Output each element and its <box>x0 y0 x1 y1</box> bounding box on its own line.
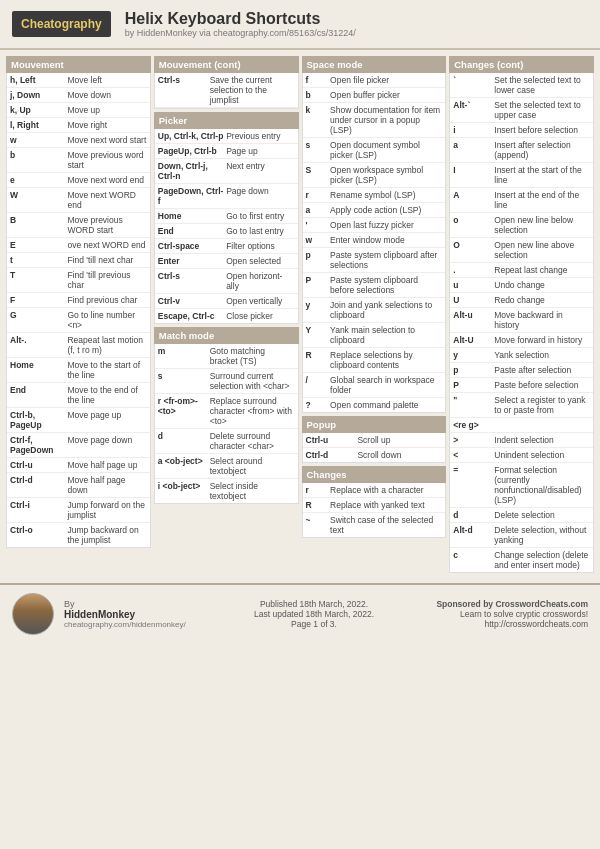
space-header: Space mode <box>302 56 447 73</box>
desc: Show documentation for item under cursor… <box>330 105 442 135</box>
key: A <box>453 190 494 210</box>
key: R <box>306 500 331 510</box>
list-item: r <fr-om>-<to>Replace surround character… <box>155 394 298 429</box>
list-item: yJoin and yank selections to clipboard <box>303 298 446 323</box>
key: . <box>453 265 494 275</box>
desc: Scroll up <box>357 435 442 445</box>
key: End <box>158 226 226 236</box>
key: T <box>10 270 67 290</box>
desc: Move to the start of the line <box>67 360 146 380</box>
list-item: Ctrl-vOpen vertically <box>155 294 298 309</box>
key: o <box>453 215 494 235</box>
desc: Move forward in history <box>494 335 590 345</box>
footer-sponsor-sub: Learn to solve cryptic crosswords! <box>436 609 588 619</box>
list-item: Alt-UMove forward in history <box>450 333 593 348</box>
key: < <box>453 450 494 460</box>
list-item: Alt-dDelete selection, without yanking <box>450 523 593 548</box>
desc: Delete selection, without yanking <box>494 525 590 545</box>
desc: Jump forward on the jumplist <box>67 500 146 520</box>
desc: Set the selected text to lower case <box>494 75 590 95</box>
desc: Open document symbol picker (LSP) <box>330 140 442 160</box>
desc: Goto matching bracket (TS) <box>210 346 295 366</box>
list-item: cChange selection (delete and enter inse… <box>450 548 593 572</box>
desc: Redo change <box>494 295 590 305</box>
key: p <box>453 365 494 375</box>
list-item: Eove next WORD end <box>7 238 150 253</box>
key: Ctrl-space <box>158 241 226 251</box>
key: Home <box>10 360 67 380</box>
key: P <box>306 275 331 295</box>
desc: ove next WORD end <box>67 240 146 250</box>
key: d <box>158 431 210 451</box>
desc: Replace with yanked text <box>330 500 442 510</box>
list-item: HomeGo to first entry <box>155 209 298 224</box>
key: y <box>306 300 331 320</box>
desc: Select around textobject <box>210 456 295 476</box>
key: Ctrl-d <box>306 450 358 460</box>
main-content: Mouvement h, LeftMove left j, DownMove d… <box>0 50 600 579</box>
key: b <box>10 150 67 170</box>
key: Ctrl-i <box>10 500 67 520</box>
key: Alt-U <box>453 335 494 345</box>
footer-sponsor-text: Sponsored by CrosswordCheats.com <box>436 599 588 609</box>
key: Ctrl-s <box>158 271 226 291</box>
footer-author-url: cheatography.com/hiddenmonkey/ <box>64 620 186 629</box>
logo-box: Cheatography <box>12 11 111 37</box>
desc: Reapeat last motion (f, t ro m) <box>67 335 146 355</box>
list-item: wEnter window mode <box>303 233 446 248</box>
key: p <box>306 250 331 270</box>
list-item: Ctrl-f, PageDownMove page down <box>7 433 150 458</box>
list-item: pPaste after selection <box>450 363 593 378</box>
popup-body: Ctrl-uScroll up Ctrl-dScroll down <box>302 433 447 463</box>
key: u <box>453 280 494 290</box>
mouvement-cont-section: Mouvement (cont) Ctrl-sSave the current … <box>154 56 299 109</box>
picker-body: Up, Ctrl-k, Ctrl-pPrevious entry PageUp,… <box>154 129 299 324</box>
desc: Set the selected text to upper case <box>494 100 590 120</box>
desc: Move previous word start <box>67 150 146 170</box>
changes-section: Changes rReplace with a character RRepla… <box>302 466 447 538</box>
desc: Open last fuzzy picker <box>330 220 442 230</box>
desc: Move right <box>67 120 146 130</box>
desc: Open workspace symbol picker (LSP) <box>330 165 442 185</box>
key: ? <box>306 400 331 410</box>
key: r <box>306 190 331 200</box>
key: " <box>453 395 494 415</box>
desc: Move next WORD end <box>67 190 146 210</box>
key: m <box>158 346 210 366</box>
key: ` <box>453 75 494 95</box>
avatar <box>12 593 54 635</box>
list-item: PPaste before selection <box>450 378 593 393</box>
desc: Surround current selection with <char> <box>210 371 295 391</box>
desc: Go to line number <n> <box>67 310 146 330</box>
key: r <box>306 485 331 495</box>
list-item: Escape, Ctrl-cClose picker <box>155 309 298 323</box>
desc: Repeat last change <box>494 265 590 275</box>
list-item: EnterOpen selected <box>155 254 298 269</box>
key: Up, Ctrl-k, Ctrl-p <box>158 131 226 141</box>
popup-header: Popup <box>302 416 447 433</box>
list-item: Ctrl-sSave the current selection to the … <box>155 73 298 108</box>
list-item: EndGo to last entry <box>155 224 298 239</box>
footer-sponsor: Sponsored by CrosswordCheats.com Learn t… <box>436 599 588 629</box>
list-item: i <ob-ject>Select inside textobject <box>155 479 298 503</box>
key: Y <box>306 325 331 345</box>
list-item: =Format selection (currently nonfunction… <box>450 463 593 508</box>
list-item: j, DownMove down <box>7 88 150 103</box>
match-section: Match mode mGoto matching bracket (TS) s… <box>154 327 299 504</box>
desc: Select inside textobject <box>210 481 295 501</box>
key: j, Down <box>10 90 67 100</box>
desc: Delete selection <box>494 510 590 520</box>
changes-body: rReplace with a character RReplace with … <box>302 483 447 538</box>
key: t <box>10 255 67 265</box>
desc: Switch case of the selected text <box>330 515 442 535</box>
list-item: Ctrl-dMove half page down <box>7 473 150 498</box>
key: Home <box>158 211 226 221</box>
desc: Open new line above selection <box>494 240 590 260</box>
movement-body: h, LeftMove left j, DownMove down k, UpM… <box>6 73 151 548</box>
key: G <box>10 310 67 330</box>
desc: Replace surround character <from> with <… <box>210 396 295 426</box>
key: k <box>306 105 331 135</box>
desc: Global search in workspace folder <box>330 375 442 395</box>
list-item: Ctrl-uMove half page up <box>7 458 150 473</box>
key: Alt-` <box>453 100 494 120</box>
